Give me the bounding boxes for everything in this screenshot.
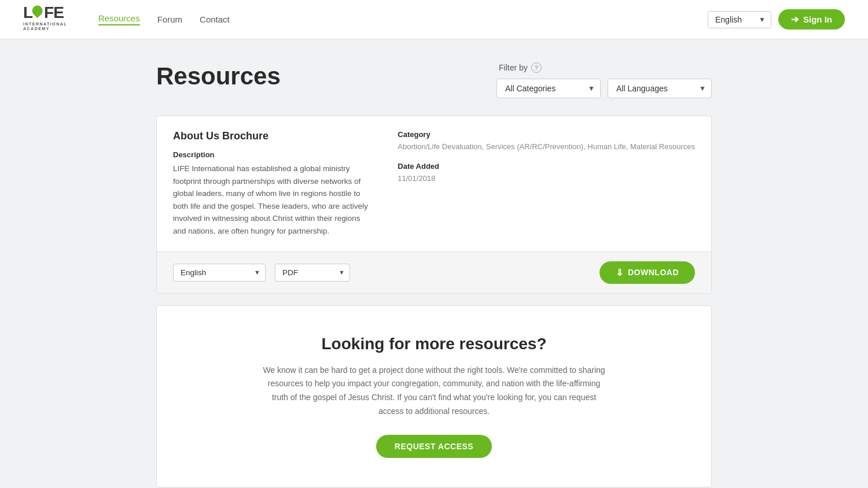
header-right: English Spanish French ▼ ➔ Sign In	[708, 9, 845, 29]
sign-in-button[interactable]: ➔ Sign In	[778, 9, 845, 29]
logo[interactable]: L FE INTERNATIONAL ACADEMY	[23, 5, 75, 35]
language-select-input[interactable]: English Spanish French	[708, 11, 771, 28]
nav-forum[interactable]: Forum	[157, 14, 182, 24]
category-label: Category	[398, 130, 695, 139]
nav-resources[interactable]: Resources	[98, 13, 140, 25]
date-added-label: Date Added	[398, 162, 695, 171]
category-value: Abortion/Life Devaluation, Services (AR/…	[398, 141, 695, 153]
request-access-button[interactable]: REQUEST ACCESS	[376, 435, 492, 458]
more-resources-title: Looking for more resources?	[180, 335, 688, 353]
language-selector[interactable]: English Spanish French ▼	[708, 11, 771, 28]
description-text: LIFE International has established a glo…	[173, 162, 374, 238]
resource-title: About Us Brochure	[173, 130, 374, 142]
more-resources-description: We know it can be hard to get a project …	[260, 364, 608, 419]
languages-filter[interactable]: All Languages ▼	[608, 79, 712, 98]
resource-card-top: About Us Brochure Description LIFE Inter…	[157, 116, 711, 252]
download-icon: ⇓	[616, 267, 624, 278]
download-button[interactable]: ⇓ DOWNLOAD	[599, 261, 696, 284]
logo-text-l: L	[23, 5, 32, 21]
page-header-row: Resources Filter by ? All Categories ▼ A…	[156, 62, 712, 98]
resource-format-selector[interactable]: PDF Word PowerPoint ▼	[275, 264, 350, 282]
languages-select[interactable]: All Languages	[608, 79, 712, 98]
resource-card-right: Category Abortion/Life Devaluation, Serv…	[398, 130, 695, 238]
description-label: Description	[173, 150, 374, 159]
filter-area: Filter by ? All Categories ▼ All Languag…	[496, 62, 712, 98]
resource-card-bottom: English Spanish French ▼ PDF Word PowerP…	[157, 252, 711, 293]
sign-in-icon: ➔	[791, 14, 799, 25]
date-added-value: 11/01/2018	[398, 173, 695, 184]
resource-language-select[interactable]: English Spanish French	[173, 264, 266, 282]
filter-label-row: Filter by ?	[499, 62, 542, 73]
main-nav: Resources Forum Contact	[98, 13, 708, 25]
more-resources-card: Looking for more resources? We know it c…	[156, 305, 712, 487]
page-title: Resources	[156, 62, 281, 90]
sign-in-label: Sign In	[803, 14, 832, 24]
filter-selects-row: All Categories ▼ All Languages ▼	[496, 79, 712, 98]
resource-card: About Us Brochure Description LIFE Inter…	[156, 116, 712, 294]
resource-format-select[interactable]: PDF Word PowerPoint	[275, 264, 350, 282]
logo-subtitle: INTERNATIONAL ACADEMY	[23, 22, 75, 32]
resource-card-left: About Us Brochure Description LIFE Inter…	[173, 130, 374, 238]
site-header: L FE INTERNATIONAL ACADEMY Resources For…	[0, 0, 868, 39]
download-label: DOWNLOAD	[628, 268, 679, 277]
nav-contact[interactable]: Contact	[200, 14, 230, 24]
categories-filter[interactable]: All Categories ▼	[496, 79, 601, 98]
logo-text-fe: FE	[44, 5, 64, 21]
filter-by-label: Filter by	[499, 63, 528, 72]
main-content: Resources Filter by ? All Categories ▼ A…	[145, 39, 723, 488]
resource-language-selector[interactable]: English Spanish French ▼	[173, 264, 266, 282]
category-section: Category Abortion/Life Devaluation, Serv…	[398, 130, 695, 153]
date-section: Date Added 11/01/2018	[398, 162, 695, 184]
categories-select[interactable]: All Categories	[496, 79, 601, 98]
help-icon[interactable]: ?	[531, 62, 542, 73]
